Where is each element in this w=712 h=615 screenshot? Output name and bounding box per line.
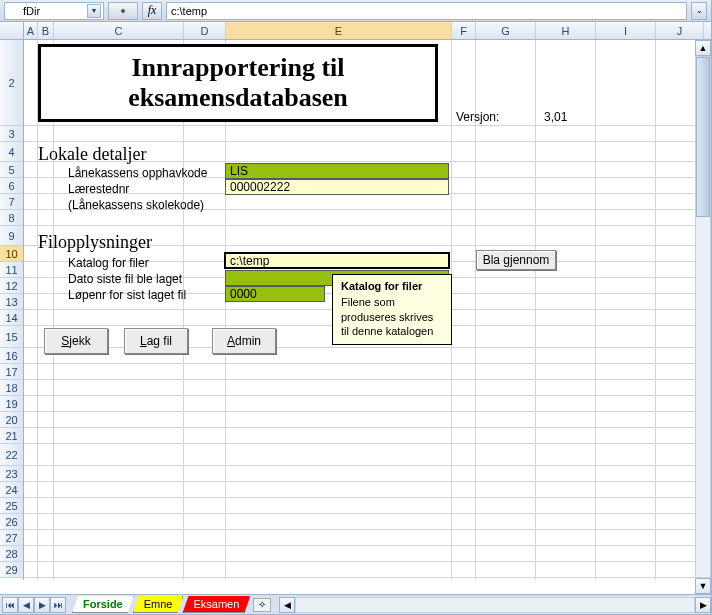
sheet-tabs: Forside Emne Eksamen [72, 596, 249, 613]
col-header-C[interactable]: C [54, 22, 184, 39]
col-header-B[interactable]: B [38, 22, 54, 39]
dato-label: Dato siste fil ble laget [68, 272, 182, 286]
add-sheet-icon[interactable]: ✧ [253, 598, 271, 612]
tab-prev-icon[interactable]: ◀ [18, 597, 34, 613]
select-all-corner[interactable] [0, 22, 24, 39]
row-header-22[interactable]: 22 [0, 444, 23, 466]
row-header-25[interactable]: 25 [0, 498, 23, 514]
section-lokale-heading: Lokale detaljer [38, 144, 146, 165]
skolekode-label: (Lånekassens skolekode) [68, 198, 204, 212]
col-header-A[interactable]: A [24, 22, 38, 39]
scroll-down-icon[interactable]: ▼ [695, 578, 711, 594]
row-header-18[interactable]: 18 [0, 380, 23, 396]
opphavkode-label: Lånekassens opphavkode [68, 166, 207, 180]
formula-value: c:\temp [171, 5, 207, 17]
row-header-21[interactable]: 21 [0, 428, 23, 444]
col-header-H[interactable]: H [536, 22, 596, 39]
row-header-3[interactable]: 3 [0, 126, 23, 142]
col-header-I[interactable]: I [596, 22, 656, 39]
row-header-10[interactable]: 10 [0, 246, 23, 262]
grid-area: 2345678910111213141516171819202122232425… [0, 40, 711, 580]
tab-eksamen[interactable]: Eksamen [182, 596, 250, 613]
tab-last-icon[interactable]: ⏭ [50, 597, 66, 613]
row-headers: 2345678910111213141516171819202122232425… [0, 40, 24, 580]
row-header-28[interactable]: 28 [0, 546, 23, 562]
version-label: Versjon: [456, 110, 499, 124]
formula-expand-icon[interactable]: ⌄ [691, 2, 707, 20]
tab-first-icon[interactable]: ⏮ [2, 597, 18, 613]
katalog-tooltip: Katalog for filer Filene som produseres … [332, 274, 452, 345]
row-header-27[interactable]: 27 [0, 530, 23, 546]
row-header-14[interactable]: 14 [0, 310, 23, 326]
formula-input[interactable]: c:\temp [166, 2, 687, 20]
row-header-7[interactable]: 7 [0, 194, 23, 210]
scroll-right-icon[interactable]: ▶ [695, 597, 711, 613]
tab-emne[interactable]: Emne [133, 596, 184, 613]
vscroll-track[interactable] [695, 56, 711, 578]
lopenr-label: Løpenr for sist laget fil [68, 288, 186, 302]
laerestednr-field[interactable]: 000002222 [225, 179, 449, 195]
vertical-scrollbar[interactable]: ▲ ▼ [695, 40, 711, 594]
formula-bar: fDir fx c:\temp ⌄ [0, 0, 711, 22]
fx-button[interactable]: fx [142, 2, 162, 20]
name-box-dropdown-icon[interactable] [87, 4, 101, 18]
sheet-tab-bar: ⏮ ◀ ▶ ⏭ Forside Emne Eksamen ✧ ◀ ▶ [0, 594, 711, 614]
row-header-4[interactable]: 4 [0, 142, 23, 162]
scroll-left-icon[interactable]: ◀ [279, 597, 295, 613]
section-fil-heading: Filopplysninger [38, 232, 152, 253]
row-header-13[interactable]: 13 [0, 294, 23, 310]
katalog-field[interactable]: c:\temp [224, 252, 450, 269]
row-header-11[interactable]: 11 [0, 262, 23, 278]
row-header-20[interactable]: 20 [0, 412, 23, 428]
tooltip-body: Filene som produseres skrives til denne … [341, 295, 443, 338]
report-title: Innrapportering til eksamensdatabasen [38, 44, 438, 122]
sjekk-button[interactable]: Sjekk [44, 328, 108, 354]
row-header-12[interactable]: 12 [0, 278, 23, 294]
tab-next-icon[interactable]: ▶ [34, 597, 50, 613]
admin-button[interactable]: Admin [212, 328, 276, 354]
hscroll-track[interactable] [295, 597, 695, 613]
column-headers: A B C D E F G H I J [0, 22, 711, 40]
col-header-F[interactable]: F [452, 22, 476, 39]
row-header-5[interactable]: 5 [0, 162, 23, 178]
name-box-value: fDir [23, 5, 40, 17]
row-header-19[interactable]: 19 [0, 396, 23, 412]
horizontal-scrollbar[interactable]: ◀ ▶ [279, 597, 711, 613]
row-header-29[interactable]: 29 [0, 562, 23, 578]
col-header-G[interactable]: G [476, 22, 536, 39]
col-header-E[interactable]: E [226, 22, 452, 39]
bla-gjennom-button[interactable]: Bla gjennom [476, 250, 556, 270]
name-box[interactable]: fDir [4, 2, 104, 20]
cells-area[interactable]: Innrapportering til eksamensdatabasen Ve… [24, 40, 711, 580]
row-header-17[interactable]: 17 [0, 364, 23, 380]
dot-icon [121, 9, 125, 13]
opphavkode-field[interactable]: LIS [225, 163, 449, 179]
row-header-26[interactable]: 26 [0, 514, 23, 530]
version-value: 3,01 [544, 110, 567, 124]
col-header-D[interactable]: D [184, 22, 226, 39]
row-header-24[interactable]: 24 [0, 482, 23, 498]
scroll-up-icon[interactable]: ▲ [695, 40, 711, 56]
row-header-9[interactable]: 9 [0, 226, 23, 246]
lopenr-field[interactable]: 0000 [225, 286, 325, 302]
tooltip-title: Katalog for filer [341, 279, 443, 293]
tab-nav: ⏮ ◀ ▶ ⏭ [0, 597, 68, 613]
tab-forside[interactable]: Forside [72, 596, 134, 613]
formula-spacer [108, 2, 138, 20]
row-header-15[interactable]: 15 [0, 326, 23, 348]
col-header-J[interactable]: J [656, 22, 704, 39]
sheet-content: Innrapportering til eksamensdatabasen Ve… [24, 40, 711, 580]
row-header-16[interactable]: 16 [0, 348, 23, 364]
fx-label: fx [148, 3, 157, 18]
lag-fil-button[interactable]: Lag fil [124, 328, 188, 354]
row-header-6[interactable]: 6 [0, 178, 23, 194]
row-header-2[interactable]: 2 [0, 40, 23, 126]
row-header-8[interactable]: 8 [0, 210, 23, 226]
vscroll-thumb[interactable] [696, 57, 710, 217]
row-header-23[interactable]: 23 [0, 466, 23, 482]
laerestednr-label: Lærestednr [68, 182, 129, 196]
katalog-label: Katalog for filer [68, 256, 149, 270]
